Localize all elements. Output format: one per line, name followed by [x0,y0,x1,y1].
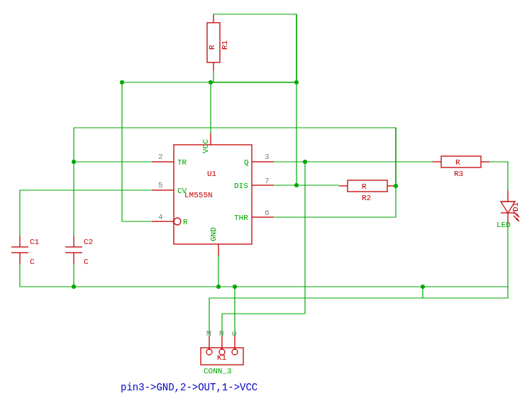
pin-q-num: 3 [265,153,270,161]
pin-thr-num: 6 [265,209,270,217]
k1-val: CONN_3 [204,367,232,375]
resistor-r1 [207,23,220,62]
svg-point-0 [174,218,181,225]
svg-point-33 [232,349,238,355]
c2-ref: C2 [84,238,93,246]
pin-cv-num: 5 [158,181,163,189]
pin-q-lbl: Q [244,158,249,167]
svg-point-37 [294,80,299,84]
r2-ref: R2 [362,194,371,202]
pin-cv-lbl: CV [177,187,187,195]
capacitor-c1 [11,236,28,264]
pin-dis-lbl: DIS [234,182,248,190]
k1-pin2: N [219,329,224,338]
pin-gnd-lbl: GND [209,227,218,241]
ic-ref: U1 [207,170,217,178]
r1-ref: R1 [221,40,229,50]
c1-ref: C1 [30,238,40,246]
pin-tr-num: 2 [158,153,163,161]
pin-dis-num: 7 [265,177,270,185]
ic-name: LM555N [184,191,213,199]
k1-pin1: M [206,329,211,338]
svg-point-40 [303,160,307,164]
d1-val: LED [497,221,511,229]
svg-point-45 [421,285,425,289]
r2-val: R [362,182,367,191]
svg-point-47 [120,80,124,84]
svg-point-31 [206,349,212,355]
resistor-r2 [348,180,387,192]
svg-point-43 [216,285,221,289]
pin-tr-lbl: TR [177,158,187,167]
k1-ref: K1 [217,353,227,362]
d1-ref: D1 [511,202,520,211]
svg-point-44 [233,285,237,289]
r3-ref: R3 [454,170,463,178]
r1-val: R [208,45,216,50]
resistor-r3 [441,156,481,167]
c1-val: C [30,258,35,266]
r3-val: R [455,158,460,167]
svg-point-46 [394,184,398,188]
c2-val: C [84,258,89,266]
pin-thr-lbl: THR [234,214,248,222]
pin-r-num: 4 [158,213,163,221]
note-text: pin3->GND,2->OUT,1->VCC [121,382,257,393]
svg-point-41 [72,160,76,164]
pin-vcc-lbl: VCC [201,139,210,153]
svg-point-38 [209,80,213,84]
svg-point-39 [294,183,299,187]
pin-r-lbl: R [183,218,188,226]
svg-point-42 [72,285,76,289]
capacitor-c2 [65,236,82,264]
